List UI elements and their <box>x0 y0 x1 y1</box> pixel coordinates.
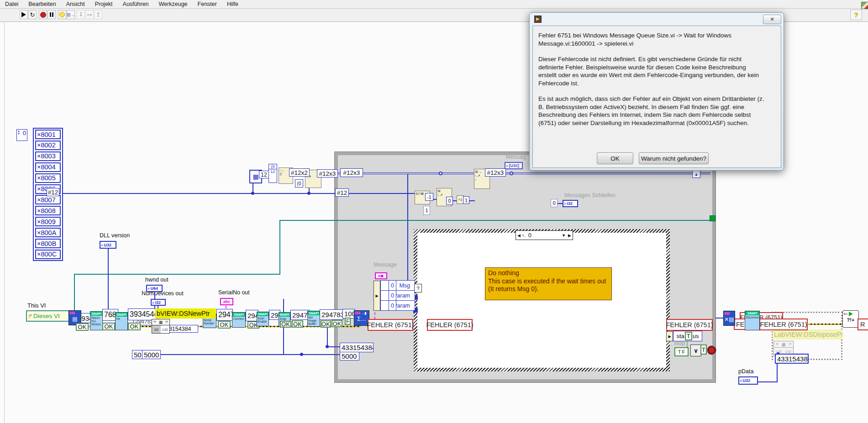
menu-item[interactable]: Fenster <box>193 1 222 7</box>
error-probe[interactable]: FEHLER (6751) <box>759 319 808 330</box>
ok-boolean[interactable]: OK <box>76 323 89 331</box>
loop-stop-terminal[interactable] <box>707 346 716 355</box>
constant-50[interactable]: 50 <box>132 350 142 359</box>
array-index-value[interactable]: 0 <box>21 130 27 141</box>
pause-button[interactable] <box>47 10 56 19</box>
case-prev-arrow-icon[interactable]: ◀ <box>516 233 522 238</box>
menu-item[interactable]: Hilfe <box>222 1 243 7</box>
close-reference-icon[interactable]: ✕▤ <box>723 311 735 326</box>
cluster-field-name[interactable]: wParam <box>380 300 415 311</box>
abort-button[interactable] <box>39 10 47 19</box>
or-gate-node[interactable]: ∨ <box>690 345 701 356</box>
serialno-indicator[interactable]: abc <box>220 298 233 305</box>
case-next-arrow-icon[interactable]: ▶ <box>567 233 573 238</box>
pdata-indicator[interactable]: ▸U32 <box>738 376 758 385</box>
constant-1[interactable]: 1 <box>463 196 469 204</box>
run-button[interactable] <box>20 10 28 19</box>
menu-item[interactable]: Werkzeuge <box>154 1 193 7</box>
hwnd-indicator[interactable]: ▸U64 <box>146 285 163 292</box>
status-unbundle-node[interactable]: ▶ staTus <box>666 331 702 341</box>
tf-boolean-constant[interactable]: T F <box>674 347 689 356</box>
menu-item[interactable]: Datei <box>0 1 23 7</box>
cluster-field-value[interactable]: 0 <box>389 280 396 291</box>
cluster-field-name[interactable]: lParam <box>380 290 415 301</box>
hex-array-element[interactable]: ×8001 <box>35 130 61 139</box>
status-boolean[interactable]: T <box>685 332 692 340</box>
dll-version-indicator[interactable]: ▸U32 <box>100 241 116 249</box>
dialog-ok-button[interactable]: OK <box>597 152 633 164</box>
messages-indicator[interactable]: ▸I32 <box>563 200 578 207</box>
hex-array-element[interactable]: ×8004 <box>35 162 61 172</box>
hex-array-element[interactable]: ×8005 <box>35 173 61 183</box>
menu-item[interactable]: Bearbeiten <box>23 1 61 7</box>
subvi-snapi-scan-enable[interactable]: SNAPI Scan Enable <box>257 312 269 326</box>
numdevices-indicator[interactable]: ▸I32 <box>151 299 166 306</box>
highlight-execution-button[interactable] <box>58 10 66 19</box>
array-index-box[interactable]: ▲▼ 0 <box>16 129 27 141</box>
subvi-snapi-return-dll-version[interactable]: SNAPI Return DLL Version <box>90 311 103 330</box>
hex-array-element[interactable]: ×8008 <box>35 206 61 215</box>
ok-boolean[interactable]: OK <box>321 320 331 328</box>
ok-boolean[interactable]: OK <box>331 320 342 327</box>
array-constant-small[interactable]: (0 12 <box>268 164 277 183</box>
step-into-button[interactable]: ↧ <box>77 10 85 19</box>
hex-array-element[interactable]: ×800C <box>35 250 61 259</box>
true-boolean[interactable]: T <box>700 345 707 355</box>
step-over-button[interactable]: ↦ <box>85 10 94 19</box>
subvi-snapi-init[interactable]: SNAPI Init <box>115 312 128 330</box>
subvi-snapi-set-image-buffer[interactable]: SNAPI Set Image Buffer <box>307 311 320 327</box>
constant-1[interactable]: 1 <box>423 206 430 215</box>
dialog-why-button[interactable]: Warum nicht gefunden? <box>639 152 709 164</box>
hex-array-element[interactable]: ×8003 <box>35 151 61 161</box>
hex-array-element[interactable]: ×8009 <box>35 217 61 226</box>
constant-0[interactable]: 0 <box>551 199 558 207</box>
error-probe[interactable]: FEHLER (6751) <box>427 319 473 331</box>
scroll-up-icon[interactable]: ▲ <box>692 170 700 178</box>
retain-wire-values-button[interactable]: ⊞→ <box>67 10 75 19</box>
ok-boolean[interactable]: OK <box>218 321 231 329</box>
call-library-node[interactable]: ⁇▦⁇ I32 U32 <box>152 319 170 334</box>
menu-item[interactable]: Ansicht <box>61 1 90 7</box>
menu-item[interactable]: Ausführen <box>118 1 154 7</box>
constant-minus1[interactable]: -1 <box>425 193 433 201</box>
constant-pointer[interactable]: 433154384 <box>340 343 374 352</box>
step-out-button[interactable]: ↥ <box>94 10 102 19</box>
constant-0[interactable]: 0 <box>446 197 453 205</box>
message-array-indicator[interactable]: ▸[U32] <box>505 162 523 169</box>
menu-item[interactable]: Projekt <box>90 1 118 7</box>
constant-pointer[interactable]: 29478 <box>290 310 310 320</box>
cluster-field-value[interactable]: 0 <box>389 290 396 301</box>
cluster-field-value[interactable]: 0 <box>389 300 396 311</box>
ok-boolean[interactable]: OK <box>292 320 303 328</box>
ok-boolean[interactable]: OK <box>128 323 141 330</box>
ok-boolean[interactable]: OK <box>102 323 115 330</box>
context-help-button[interactable]: ? <box>850 10 862 20</box>
general-error-handler-icon[interactable]: Err ?!+ <box>842 310 859 328</box>
run-continuous-button[interactable]: ↻ <box>28 10 37 19</box>
constant-5000[interactable]: 5000 <box>142 350 161 359</box>
error-probe-clipped[interactable]: R <box>857 319 868 330</box>
hex-array-element[interactable]: ×800A <box>35 228 61 237</box>
hex-array-element[interactable]: ×800B <box>35 239 61 248</box>
array-constant-small[interactable]: (0 <box>295 179 303 188</box>
error-probe[interactable]: FEHLER (6751) <box>368 319 413 331</box>
constant-pointer[interactable]: 433154384 <box>775 354 809 364</box>
case-selector[interactable]: ◀ ×, 0 ▼ ▶ <box>516 230 573 240</box>
constant-pointer[interactable]: 294783 <box>320 309 343 320</box>
hex-array-element[interactable]: ×8007 <box>35 195 61 204</box>
message-cluster-indicator[interactable]: ▸◉ <box>375 272 387 279</box>
false-boolean[interactable]: F <box>345 318 351 325</box>
error-probe[interactable]: FEHLER (6751) <box>666 319 713 331</box>
case-dropdown-icon[interactable]: ▼ <box>561 233 567 238</box>
constant-12[interactable]: 12 <box>259 171 269 178</box>
subvi-snapi-connect[interactable]: SNAPI Connect <box>232 312 246 328</box>
dialog-close-button[interactable]: ✕ <box>763 15 781 24</box>
hex-array-element[interactable]: ×8002 <box>35 141 61 150</box>
constant-100[interactable]: 100 <box>342 309 355 319</box>
cluster-field-name[interactable]: Msg <box>380 280 415 291</box>
index-spinner-icon[interactable]: ▲▼ <box>17 130 21 141</box>
subvi-snapi-disconnect[interactable]: SNAPI Disconnect <box>745 311 760 330</box>
constant-5000[interactable]: 5000 <box>340 352 359 360</box>
ok-boolean[interactable]: OK <box>280 321 291 328</box>
constant-pointer[interactable]: 2947 <box>216 309 233 321</box>
